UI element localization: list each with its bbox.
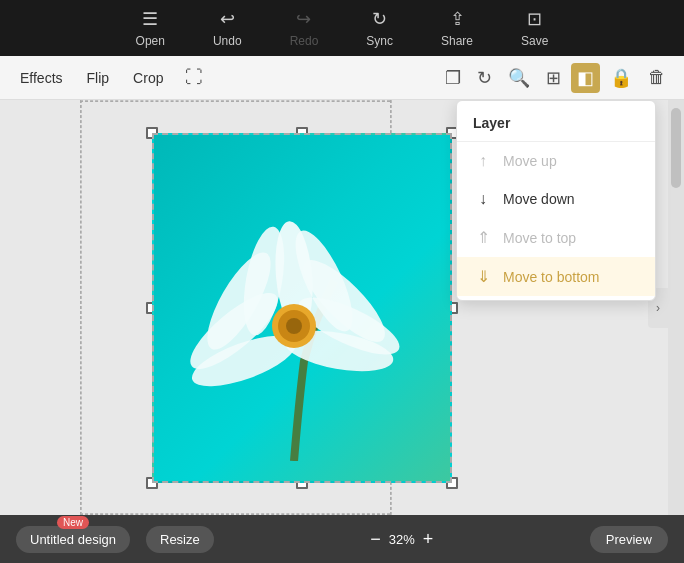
preview-button[interactable]: Preview: [590, 526, 668, 553]
redo-button[interactable]: ↪ Redo: [282, 4, 327, 52]
move-to-top-item[interactable]: ⇑ Move to top: [457, 218, 655, 257]
lock-icon: 🔒: [610, 67, 632, 89]
open-label: Open: [136, 34, 165, 48]
share-button[interactable]: ⇪ Share: [433, 4, 481, 52]
secondary-toolbar: Effects Flip Crop ⛶ ❐ ↻ 🔍 ⊞ ◧ 🔒 🗑: [0, 56, 684, 100]
crop-label: Crop: [133, 70, 163, 86]
lock-button[interactable]: 🔒: [604, 63, 638, 93]
design-name-button[interactable]: New Untitled design: [16, 526, 130, 553]
duplicate-icon: ❐: [445, 67, 461, 89]
zoom-out-button[interactable]: −: [370, 530, 381, 548]
move-up-label: Move up: [503, 153, 557, 169]
resize-label: Resize: [160, 532, 200, 547]
undo-button[interactable]: ↩ Undo: [205, 4, 250, 52]
save-label: Save: [521, 34, 548, 48]
flower-svg: [184, 181, 404, 461]
undo-icon: ↩: [220, 8, 235, 30]
zoom-minus-icon: −: [370, 529, 381, 549]
move-down-item[interactable]: ↓ Move down: [457, 180, 655, 218]
layer-dropdown: Layer ↑ Move up ↓ Move down ⇑ Move to to…: [456, 100, 656, 301]
right-scrollbar[interactable]: [668, 100, 684, 515]
search-icon: 🔍: [508, 67, 530, 89]
zoom-controls: − 32% +: [370, 530, 433, 548]
layers-icon: ◧: [577, 67, 594, 89]
move-to-bottom-label: Move to bottom: [503, 269, 600, 285]
flip-label: Flip: [87, 70, 110, 86]
refresh-icon: ↻: [477, 67, 492, 89]
share-label: Share: [441, 34, 473, 48]
save-button[interactable]: ⊡ Save: [513, 4, 556, 52]
sync-icon: ↻: [372, 8, 387, 30]
search-button[interactable]: 🔍: [502, 63, 536, 93]
move-to-bottom-item[interactable]: ⇓ Move to bottom: [457, 257, 655, 296]
zoom-in-button[interactable]: +: [423, 530, 434, 548]
move-up-item[interactable]: ↑ Move up: [457, 142, 655, 180]
save-icon: ⊡: [527, 8, 542, 30]
new-badge: New: [57, 516, 89, 529]
crop-button[interactable]: Crop: [125, 66, 171, 90]
grid-icon: ⊞: [546, 67, 561, 89]
open-button[interactable]: ☰ Open: [128, 4, 173, 52]
undo-label: Undo: [213, 34, 242, 48]
zoom-plus-icon: +: [423, 529, 434, 549]
move-down-icon: ↓: [473, 190, 493, 208]
resize-button[interactable]: Resize: [146, 526, 214, 553]
svg-point-11: [286, 318, 302, 334]
move-to-bottom-icon: ⇓: [473, 267, 493, 286]
sync-label: Sync: [366, 34, 393, 48]
right-icon-group: ❐ ↻ 🔍 ⊞ ◧ 🔒 🗑: [439, 63, 672, 93]
open-icon: ☰: [142, 8, 158, 30]
layers-button[interactable]: ◧: [571, 63, 600, 93]
design-name-label: Untitled design: [30, 532, 116, 547]
delete-icon: 🗑: [648, 67, 666, 88]
scrollbar-thumb: [671, 108, 681, 188]
preview-label: Preview: [606, 532, 652, 547]
effects-button[interactable]: Effects: [12, 66, 71, 90]
redo-icon: ↪: [296, 8, 311, 30]
dropdown-header: Layer: [457, 105, 655, 142]
flip-button[interactable]: Flip: [79, 66, 118, 90]
duplicate-button[interactable]: ❐: [439, 63, 467, 93]
share-icon: ⇪: [450, 8, 465, 30]
canvas-area: › Layer ↑ Move up ↓ Move down ⇑ Move to …: [0, 100, 684, 515]
move-to-top-icon: ⇑: [473, 228, 493, 247]
move-up-icon: ↑: [473, 152, 493, 170]
move-down-label: Move down: [503, 191, 575, 207]
fullscreen-icon: ⛶: [185, 67, 203, 88]
move-to-top-label: Move to top: [503, 230, 576, 246]
refresh-button[interactable]: ↻: [471, 63, 498, 93]
flower-image: [152, 133, 452, 483]
canvas-image-container: [152, 133, 452, 483]
effects-label: Effects: [20, 70, 63, 86]
fullscreen-button[interactable]: ⛶: [179, 63, 209, 92]
grid-button[interactable]: ⊞: [540, 63, 567, 93]
sync-button[interactable]: ↻ Sync: [358, 4, 401, 52]
redo-label: Redo: [290, 34, 319, 48]
delete-button[interactable]: 🗑: [642, 63, 672, 92]
top-toolbar: ☰ Open ↩ Undo ↪ Redo ↻ Sync ⇪ Share ⊡ Sa…: [0, 0, 684, 56]
bottom-bar: New Untitled design Resize − 32% + Previ…: [0, 515, 684, 563]
zoom-level-label: 32%: [389, 532, 415, 547]
